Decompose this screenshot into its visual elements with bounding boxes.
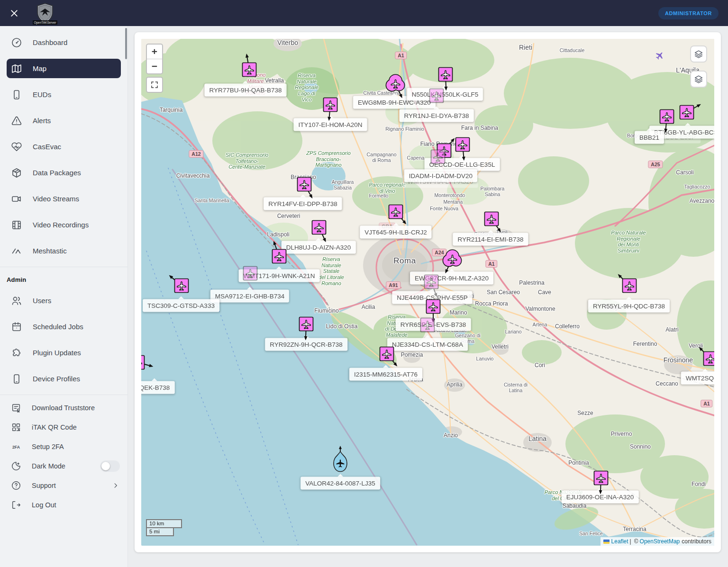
- calendar-icon: [11, 321, 22, 333]
- sidebar-item-label: Dark Mode: [32, 462, 65, 470]
- map-place-label: Pomezia: [401, 352, 423, 359]
- sidebar-item-label: Plugin Updates: [33, 349, 81, 357]
- attribution-separator: |: [630, 538, 631, 545]
- sidebar-item-meshtastic[interactable]: Meshtastic: [0, 238, 127, 264]
- dark-mode-toggle[interactable]: [100, 460, 120, 472]
- layers-icon: [693, 49, 704, 59]
- map-place-label: Carsoli: [676, 170, 693, 176]
- map-place-label: Anzio: [444, 432, 458, 439]
- administrator-badge[interactable]: ADMINISTRATOR: [658, 7, 719, 19]
- sidebar-item-support[interactable]: Support: [0, 476, 127, 495]
- map-place-label: ZPS Comprensorio Bracciano- Martignano: [306, 150, 351, 168]
- layers-control-button-1[interactable]: [690, 45, 707, 63]
- package-icon: [11, 167, 22, 179]
- mesh-icon: [11, 245, 22, 257]
- gauge-icon: [11, 37, 22, 48]
- sidebar-scrollbar[interactable]: [125, 28, 127, 59]
- close-icon[interactable]: [9, 9, 19, 18]
- map-place-label: Sezze: [577, 410, 593, 417]
- sidebar-item-alerts[interactable]: Alerts: [0, 108, 127, 134]
- road-badge: A1: [485, 260, 497, 268]
- chevron-right-icon: [111, 481, 120, 490]
- sidebar-item-label: Alerts: [33, 117, 51, 125]
- leaflet-link[interactable]: Leaflet: [611, 538, 628, 545]
- zoom-out-button[interactable]: −: [147, 59, 162, 73]
- sidebar-item-users[interactable]: Users: [0, 288, 127, 314]
- map-place-label: Santa Marinella: [195, 198, 229, 203]
- sidebar-item-video-recordings[interactable]: Video Recordings: [0, 212, 127, 238]
- sidebar-item-itak-qr-code[interactable]: iTAK QR Code: [0, 417, 127, 437]
- sidebar-divider: [0, 267, 127, 267]
- sidebar-item-euds[interactable]: EUDs: [0, 81, 127, 108]
- map-place-label: Tarquinia: [160, 107, 183, 114]
- road-badge: A91: [386, 281, 400, 289]
- sidebar-item-casevac[interactable]: CasEvac: [0, 134, 127, 160]
- map-place-label: San Felice: [579, 531, 603, 536]
- map-place-label: Sabaudia: [563, 503, 587, 510]
- help-icon: [11, 480, 21, 491]
- opentakserver-logo: OpenTAKServer: [33, 1, 57, 25]
- scale-mi: 5 mi: [146, 527, 174, 536]
- fullscreen-button[interactable]: [146, 77, 163, 93]
- sidebar-item-dashboard[interactable]: Dashboard: [0, 29, 127, 55]
- fullscreen-icon: [150, 81, 159, 89]
- sidebar-item-video-streams[interactable]: Video Streams: [0, 186, 127, 212]
- heart-icon: [11, 141, 22, 153]
- road-badge: A1: [701, 400, 712, 407]
- map-place-label: Tagliacozzo: [684, 184, 710, 189]
- map-place-label: Artena: [533, 322, 547, 327]
- sidebar-item-setup-2fa[interactable]: 2FASetup 2FA: [0, 437, 127, 456]
- sidebar-item-label: Meshtastic: [33, 247, 67, 255]
- map-place-label: Cittaducale: [560, 47, 585, 53]
- aircraft-label: QEK-B738: [141, 381, 174, 394]
- map-place-label: Lanuvio: [476, 356, 494, 361]
- map-place-label: Viterbo: [277, 39, 298, 46]
- map-place-label: Civitavecchia: [176, 173, 210, 180]
- sidebar-item-label: Users: [33, 297, 51, 305]
- leaflet-map[interactable]: ViterboVetrallaTarquiniaCivitavecchiaSan…: [141, 39, 714, 546]
- top-navbar: OpenTAKServer ADMINISTRATOR: [0, 0, 728, 26]
- puzzle-icon: [11, 347, 22, 359]
- sidebar-item-log-out[interactable]: Log Out: [0, 495, 127, 514]
- map-place-label: Cerveteri: [277, 213, 300, 220]
- sidebar-item-scheduled-jobs[interactable]: Scheduled Jobs: [0, 314, 127, 340]
- map-place-label: Velletri: [491, 344, 509, 351]
- sidebar-nav: DashboardMapEUDsAlertsCasEvacData Packag…: [0, 26, 128, 567]
- sidebar-item-map[interactable]: Map: [7, 59, 121, 78]
- map-place-label: Cori: [535, 362, 545, 369]
- map-place-label: Riserva Naturale Statale del Litorale Ro…: [318, 256, 344, 286]
- sidebar-item-data-packages[interactable]: Data Packages: [0, 160, 127, 186]
- sidebar-item-device-profiles[interactable]: Device Profiles: [0, 366, 127, 392]
- layers-control-button-2[interactable]: [690, 71, 707, 88]
- zoom-in-button[interactable]: +: [147, 45, 162, 59]
- map-place-label: Anguillara Sabazia: [332, 179, 354, 190]
- map-place-label: Marino: [450, 310, 467, 316]
- layers-icon: [693, 74, 704, 84]
- sidebar-item-label: EUDs: [33, 90, 51, 99]
- map-place-label: Avezzano: [690, 198, 714, 205]
- sidebar-item-download-truststore[interactable]: Download Truststore: [0, 398, 127, 417]
- film-icon: [11, 219, 22, 231]
- road-badge: A12: [189, 150, 203, 158]
- map-place-label: Rignano Flaminio: [385, 126, 424, 132]
- sidebar-item-dark-mode[interactable]: Dark Mode: [0, 456, 127, 476]
- aircraft-label: MSA9712-EI-GHB-B734: [210, 290, 289, 303]
- map-place-label: Parco Naturale Regionale dei Monti Simbr…: [611, 230, 646, 254]
- map-card: ViterboVetrallaTarquiniaCivitavecchiaSan…: [135, 32, 721, 552]
- osm-link[interactable]: OpenStreetMap: [640, 538, 680, 545]
- sidebar-item-label: Download Truststore: [32, 404, 95, 412]
- map-place-label: Roma: [393, 256, 416, 266]
- copyright-symbol: ©: [634, 538, 638, 545]
- map-place-label: Frosinone: [664, 356, 693, 364]
- map-place-label: Campagnano di Roma: [366, 152, 396, 163]
- main-content: ViterboVetrallaTarquiniaCivitavecchiaSan…: [128, 26, 728, 567]
- contributors-text: contributors: [682, 538, 711, 545]
- cert-icon: [11, 403, 21, 413]
- logout-icon: [11, 500, 21, 510]
- sidebar-item-label: Scheduled Jobs: [33, 323, 83, 331]
- sidebar-item-plugin-updates[interactable]: Plugin Updates: [0, 340, 127, 366]
- sidebar-item-label: Device Profiles: [33, 375, 80, 383]
- sidebar-item-label: Video Streams: [33, 195, 79, 203]
- qr-icon: [11, 422, 21, 432]
- map-place-label: Rieti: [519, 44, 532, 51]
